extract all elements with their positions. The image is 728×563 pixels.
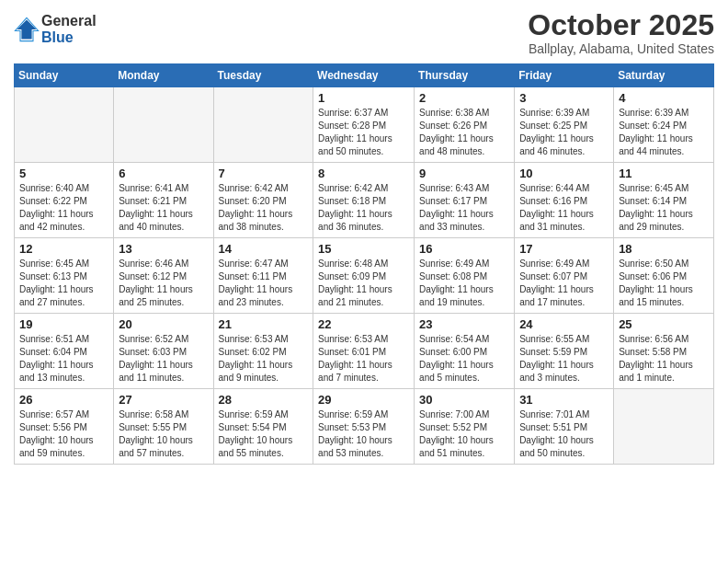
header-friday: Friday: [515, 64, 614, 87]
day-info: Sunrise: 6:49 AM Sunset: 6:08 PM Dayligh…: [419, 258, 509, 309]
day-number: 13: [119, 242, 208, 256]
day-info: Sunrise: 6:49 AM Sunset: 6:07 PM Dayligh…: [519, 258, 609, 309]
day-info: Sunrise: 6:46 AM Sunset: 6:12 PM Dayligh…: [119, 258, 208, 309]
day-number: 24: [519, 317, 609, 331]
title-area: October 2025 Ballplay, Alabama, United S…: [528, 9, 714, 56]
header-thursday: Thursday: [415, 64, 515, 87]
day-info: Sunrise: 6:59 AM Sunset: 5:53 PM Dayligh…: [318, 408, 409, 460]
table-row: 12Sunrise: 6:45 AM Sunset: 6:13 PM Dayli…: [15, 238, 114, 314]
day-number: 23: [419, 317, 509, 331]
day-info: Sunrise: 6:52 AM Sunset: 6:03 PM Dayligh…: [119, 333, 208, 385]
day-number: 30: [419, 393, 509, 407]
table-row: 3Sunrise: 6:39 AM Sunset: 6:25 PM Daylig…: [515, 87, 614, 163]
table-row: 22Sunrise: 6:53 AM Sunset: 6:01 PM Dayli…: [313, 314, 415, 389]
table-row: 28Sunrise: 6:59 AM Sunset: 5:54 PM Dayli…: [213, 389, 313, 465]
day-number: 20: [119, 317, 208, 331]
day-info: Sunrise: 6:45 AM Sunset: 6:13 PM Dayligh…: [19, 258, 108, 309]
table-row: 21Sunrise: 6:53 AM Sunset: 6:02 PM Dayli…: [213, 314, 313, 389]
logo-general: General: [41, 13, 97, 29]
table-row: 8Sunrise: 6:42 AM Sunset: 6:18 PM Daylig…: [313, 163, 415, 238]
day-info: Sunrise: 6:37 AM Sunset: 6:28 PM Dayligh…: [318, 107, 409, 158]
day-info: Sunrise: 6:56 AM Sunset: 5:58 PM Dayligh…: [619, 333, 709, 385]
table-row: 15Sunrise: 6:48 AM Sunset: 6:09 PM Dayli…: [313, 238, 415, 314]
day-number: 9: [419, 167, 509, 180]
header-monday: Monday: [114, 64, 213, 87]
day-info: Sunrise: 6:44 AM Sunset: 6:16 PM Dayligh…: [519, 182, 609, 234]
day-info: Sunrise: 6:38 AM Sunset: 6:26 PM Dayligh…: [419, 107, 509, 158]
day-number: 15: [318, 242, 409, 256]
day-number: 7: [219, 167, 309, 180]
table-row: 25Sunrise: 6:56 AM Sunset: 5:58 PM Dayli…: [614, 314, 714, 389]
table-row: [614, 389, 714, 465]
table-row: 31Sunrise: 7:01 AM Sunset: 5:51 PM Dayli…: [515, 389, 614, 465]
day-info: Sunrise: 6:42 AM Sunset: 6:18 PM Dayligh…: [318, 182, 409, 234]
table-row: 20Sunrise: 6:52 AM Sunset: 6:03 PM Dayli…: [114, 314, 213, 389]
day-number: 4: [619, 91, 709, 105]
day-number: 22: [318, 317, 409, 331]
day-number: 12: [19, 242, 108, 256]
day-info: Sunrise: 6:42 AM Sunset: 6:20 PM Dayligh…: [219, 182, 309, 234]
day-info: Sunrise: 6:45 AM Sunset: 6:14 PM Dayligh…: [619, 182, 709, 234]
day-info: Sunrise: 6:51 AM Sunset: 6:04 PM Dayligh…: [19, 333, 108, 385]
day-number: 18: [619, 242, 709, 256]
calendar-header-row: Sunday Monday Tuesday Wednesday Thursday…: [15, 64, 714, 87]
day-number: 6: [119, 167, 208, 180]
day-number: 29: [318, 393, 409, 407]
day-number: 21: [219, 317, 309, 331]
day-info: Sunrise: 6:55 AM Sunset: 5:59 PM Dayligh…: [519, 333, 609, 385]
day-number: 28: [219, 393, 309, 407]
day-number: 27: [119, 393, 208, 407]
table-row: 26Sunrise: 6:57 AM Sunset: 5:56 PM Dayli…: [15, 389, 114, 465]
day-info: Sunrise: 6:40 AM Sunset: 6:22 PM Dayligh…: [19, 182, 108, 234]
header-sunday: Sunday: [15, 64, 114, 87]
day-number: 1: [318, 91, 409, 105]
header-wednesday: Wednesday: [313, 64, 415, 87]
table-row: [213, 87, 313, 163]
day-info: Sunrise: 7:01 AM Sunset: 5:51 PM Dayligh…: [519, 408, 609, 460]
table-row: 6Sunrise: 6:41 AM Sunset: 6:21 PM Daylig…: [114, 163, 213, 238]
logo-icon: [14, 17, 40, 42]
day-number: 11: [619, 167, 709, 180]
table-row: 30Sunrise: 7:00 AM Sunset: 5:52 PM Dayli…: [415, 389, 515, 465]
table-row: 14Sunrise: 6:47 AM Sunset: 6:11 PM Dayli…: [213, 238, 313, 314]
calendar-week-row: 5Sunrise: 6:40 AM Sunset: 6:22 PM Daylig…: [15, 163, 714, 238]
day-number: 31: [519, 393, 609, 407]
table-row: 24Sunrise: 6:55 AM Sunset: 5:59 PM Dayli…: [515, 314, 614, 389]
logo: General Blue: [14, 13, 97, 45]
day-info: Sunrise: 6:50 AM Sunset: 6:06 PM Dayligh…: [619, 258, 709, 309]
header-tuesday: Tuesday: [213, 64, 313, 87]
day-number: 2: [419, 91, 509, 105]
table-row: 27Sunrise: 6:58 AM Sunset: 5:55 PM Dayli…: [114, 389, 213, 465]
day-info: Sunrise: 6:41 AM Sunset: 6:21 PM Dayligh…: [119, 182, 208, 234]
day-number: 10: [519, 167, 609, 180]
day-number: 16: [419, 242, 509, 256]
day-info: Sunrise: 6:58 AM Sunset: 5:55 PM Dayligh…: [119, 408, 208, 460]
calendar-week-row: 1Sunrise: 6:37 AM Sunset: 6:28 PM Daylig…: [15, 87, 714, 163]
header-saturday: Saturday: [614, 64, 714, 87]
header: General Blue October 2025 Ballplay, Alab…: [14, 9, 714, 56]
calendar-week-row: 26Sunrise: 6:57 AM Sunset: 5:56 PM Dayli…: [15, 389, 714, 465]
month-title: October 2025: [528, 9, 714, 41]
calendar-week-row: 12Sunrise: 6:45 AM Sunset: 6:13 PM Dayli…: [15, 238, 714, 314]
table-row: 2Sunrise: 6:38 AM Sunset: 6:26 PM Daylig…: [415, 87, 515, 163]
day-number: 26: [19, 393, 108, 407]
day-info: Sunrise: 6:53 AM Sunset: 6:02 PM Dayligh…: [219, 333, 309, 385]
table-row: 23Sunrise: 6:54 AM Sunset: 6:00 PM Dayli…: [415, 314, 515, 389]
day-info: Sunrise: 6:59 AM Sunset: 5:54 PM Dayligh…: [219, 408, 309, 460]
table-row: 9Sunrise: 6:43 AM Sunset: 6:17 PM Daylig…: [415, 163, 515, 238]
day-number: 17: [519, 242, 609, 256]
table-row: 1Sunrise: 6:37 AM Sunset: 6:28 PM Daylig…: [313, 87, 415, 163]
day-info: Sunrise: 7:00 AM Sunset: 5:52 PM Dayligh…: [419, 408, 509, 460]
table-row: 10Sunrise: 6:44 AM Sunset: 6:16 PM Dayli…: [515, 163, 614, 238]
day-info: Sunrise: 6:43 AM Sunset: 6:17 PM Dayligh…: [419, 182, 509, 234]
table-row: 7Sunrise: 6:42 AM Sunset: 6:20 PM Daylig…: [213, 163, 313, 238]
calendar-week-row: 19Sunrise: 6:51 AM Sunset: 6:04 PM Dayli…: [15, 314, 714, 389]
day-number: 8: [318, 167, 409, 180]
table-row: 16Sunrise: 6:49 AM Sunset: 6:08 PM Dayli…: [415, 238, 515, 314]
table-row: 4Sunrise: 6:39 AM Sunset: 6:24 PM Daylig…: [614, 87, 714, 163]
day-number: 19: [19, 317, 108, 331]
logo-text: General Blue: [41, 13, 97, 45]
day-number: 14: [219, 242, 309, 256]
day-number: 25: [619, 317, 709, 331]
logo-blue: Blue: [41, 29, 97, 46]
